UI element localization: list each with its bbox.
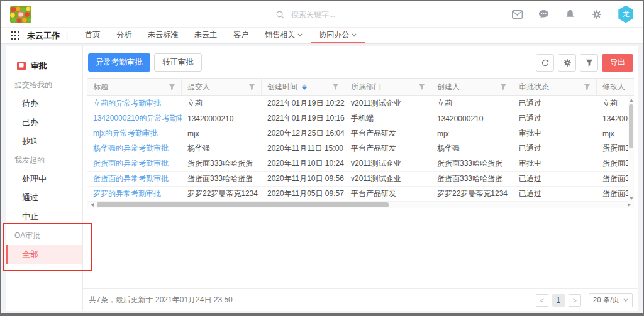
column-header-modifier[interactable]: 修改人 <box>597 79 634 95</box>
nav-item-analysis[interactable]: 分析 <box>108 28 140 43</box>
app-window: 搜索关键字... 龙 未云工作 | 首页 <box>0 0 644 316</box>
cell-title-link[interactable]: 13420000210的异常考勤审批 <box>87 111 182 126</box>
column-header-created-time[interactable]: 创建时间 <box>262 79 345 95</box>
cell-creator: 罗罗22罗曼蒂克1234 <box>431 187 513 201</box>
sort-caret-icons[interactable] <box>302 84 307 90</box>
table-header: 标题 提交人 创建时间 所属部门 <box>87 79 634 96</box>
sidebar-item-todo[interactable]: 待办 <box>6 98 82 109</box>
chat-icon[interactable] <box>538 9 549 19</box>
cell-creator: 杨华强 <box>431 141 513 156</box>
chevron-down-icon <box>297 33 303 37</box>
gear-icon[interactable] <box>591 9 602 19</box>
filter-funnel-icon[interactable] <box>584 84 591 90</box>
table-row: 罗罗的异常考勤审批 罗罗22罗曼蒂克1234 2020年11月05日 09:57… <box>87 187 634 202</box>
sidebar-item-terminated[interactable]: 中止 <box>6 211 82 222</box>
refresh-button[interactable] <box>536 54 554 72</box>
vertical-scrollbar[interactable] <box>628 97 634 202</box>
mail-icon[interactable] <box>512 9 523 19</box>
tab-abnormal-attendance-approval[interactable]: 异常考勤审批 <box>88 53 150 72</box>
tab-regularization-approval[interactable]: 转正审批 <box>154 53 202 72</box>
cell-title-link[interactable]: 立莉的异常考勤审批 <box>87 96 182 111</box>
column-header-title[interactable]: 标题 <box>87 79 182 95</box>
scroll-left-arrow-icon[interactable] <box>91 203 94 207</box>
cell-created-time: 2021年01月19日 10:16 <box>262 111 345 126</box>
column-header-approval-status[interactable]: 审批状态 <box>513 79 597 95</box>
cell-creator: mjx <box>431 126 513 141</box>
scroll-right-arrow-icon[interactable] <box>628 203 631 207</box>
toolbar: 异常考勤审批 转正审批 导出 <box>83 46 638 78</box>
column-label: 创建时间 <box>267 82 297 92</box>
export-button[interactable]: 导出 <box>602 54 633 72</box>
cell-creator: 蛋蛋面333哈哈蛋蛋 <box>431 172 513 186</box>
filter-funnel-icon[interactable] <box>418 84 425 90</box>
nav-item-customer[interactable]: 客户 <box>225 28 257 43</box>
filter-funnel-icon[interactable] <box>500 84 507 90</box>
cell-approval-status: 审批中 <box>513 126 597 141</box>
sidebar-group-oa-approval: OA审批 <box>6 231 40 241</box>
nav-item-home[interactable]: 首页 <box>77 28 108 43</box>
cell-approval-status: 已通过 <box>513 172 597 186</box>
table-row: 立莉的异常考勤审批 立莉 2021年01月19日 10:22 v2011测试企业… <box>87 96 634 111</box>
column-header-department[interactable]: 所属部门 <box>345 79 431 95</box>
scroll-down-arrow-icon[interactable] <box>630 197 633 200</box>
prev-page-button[interactable]: < <box>536 294 548 307</box>
horizontal-scroll-track[interactable] <box>96 202 626 207</box>
app-logo[interactable] <box>10 6 31 23</box>
cell-department: v2011测试企业 <box>345 96 431 111</box>
chevron-down-icon <box>352 33 357 37</box>
content-area: 审批 提交给我的 待办 已办 抄送 我发起的 处理中 通过 中止 OA审批 全部… <box>1 44 643 313</box>
sort-asc-icon[interactable] <box>302 84 307 87</box>
nav-item-main[interactable]: 未云主 <box>186 28 225 43</box>
user-avatar[interactable]: 龙 <box>618 6 634 23</box>
record-summary: 共7条，最后更新于 2021年01月24日 23:50 <box>89 295 233 305</box>
nav-item-standard[interactable]: 未云标准 <box>140 28 186 43</box>
vertical-scroll-thumb[interactable] <box>629 104 633 148</box>
global-search[interactable]: 搜索关键字... <box>275 1 335 28</box>
cell-created-time: 2020年11月10日 09:56 <box>262 172 345 186</box>
approvals-table: 标题 提交人 创建时间 所属部门 <box>87 78 634 208</box>
sidebar-item-passed[interactable]: 通过 <box>6 192 82 204</box>
table-row: 蛋蛋面的异常考勤审批 蛋蛋面333哈哈蛋蛋 2020年11月10日 10:24 … <box>87 156 634 172</box>
cell-department: 平台产品研发 <box>345 141 431 156</box>
cell-title-link[interactable]: mjx的异常考勤审批 <box>87 126 182 141</box>
horizontal-scrollbar[interactable] <box>87 202 634 208</box>
column-header-submitter[interactable]: 提交人 <box>182 79 262 95</box>
sidebar-item-processing[interactable]: 处理中 <box>6 173 82 185</box>
nav-item-collaboration-label: 协同办公 <box>319 30 349 40</box>
page-size-value: 20 条/页 <box>593 295 619 305</box>
cell-submitter: 蛋蛋面333哈哈蛋蛋 <box>182 156 262 171</box>
page-number-current[interactable]: 1 <box>552 294 565 307</box>
workspace-name[interactable]: 未云工作 <box>27 30 60 41</box>
filter-funnel-icon[interactable] <box>169 84 175 90</box>
cell-title-link[interactable]: 杨华强的异常考勤审批 <box>87 141 182 156</box>
filter-funnel-icon[interactable] <box>248 84 255 90</box>
pagination: < 1 > 20 条/页 <box>536 293 633 307</box>
sort-desc-icon-active[interactable] <box>302 87 307 90</box>
cell-approval-status: 已通过 <box>513 96 597 111</box>
sidebar-item-cc[interactable]: 抄送 <box>6 136 82 147</box>
scroll-up-arrow-icon[interactable] <box>630 99 633 102</box>
column-header-creator[interactable]: 创建人 <box>431 79 513 95</box>
sidebar-item-done[interactable]: 已办 <box>6 117 82 128</box>
nav-item-collaboration[interactable]: 协同办公 <box>311 28 365 43</box>
sidebar-title: 审批 <box>6 46 82 75</box>
cell-title-link[interactable]: 罗罗的异常考勤审批 <box>87 187 182 201</box>
settings-button[interactable] <box>558 54 576 72</box>
table-body: 立莉的异常考勤审批 立莉 2021年01月19日 10:22 v2011测试企业… <box>87 96 634 202</box>
cell-title-link[interactable]: 蛋蛋面的异常考勤审批 <box>87 172 182 186</box>
nav-item-sales[interactable]: 销售相关 <box>257 28 311 43</box>
sidebar-item-all[interactable]: 全部 <box>6 245 82 264</box>
column-label: 提交人 <box>187 82 210 92</box>
header-actions: 龙 <box>512 6 634 23</box>
cell-approval-status: 已通过 <box>513 111 597 126</box>
horizontal-scroll-thumb[interactable] <box>97 202 389 207</box>
table-footer: 共7条，最后更新于 2021年01月24日 23:50 < 1 > 20 条/页 <box>83 288 638 311</box>
page-size-select[interactable]: 20 条/页 <box>589 293 633 307</box>
filter-funnel-icon[interactable] <box>332 84 339 90</box>
cell-title-link[interactable]: 蛋蛋面的异常考勤审批 <box>87 156 182 171</box>
app-grid-icon[interactable] <box>10 30 21 41</box>
bell-icon[interactable] <box>565 9 575 19</box>
filter-button[interactable] <box>580 54 598 72</box>
nav-separator: | <box>66 31 68 40</box>
next-page-button[interactable]: > <box>569 294 581 307</box>
